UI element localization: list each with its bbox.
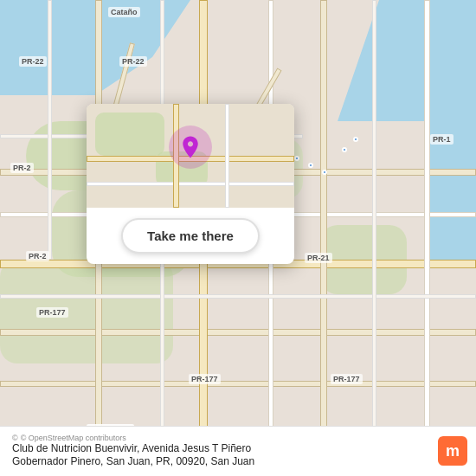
- map-pin-icon: [177, 134, 203, 160]
- mini-road-h2: [87, 182, 294, 186]
- road-label-pr177-left: PR-177: [36, 307, 68, 318]
- road-minor-h2: [0, 294, 476, 299]
- road-horizontal-4: [0, 381, 476, 387]
- popup-map-preview: [87, 104, 294, 208]
- popup-button-area: Take me there: [87, 208, 294, 264]
- route-dot-4: [342, 147, 347, 152]
- road-label-pr177-mid: PR-177: [189, 374, 221, 384]
- road-minor-v1: [48, 0, 52, 260]
- road-label-pr2-bottom: PR-2: [26, 251, 49, 261]
- bottom-bar: © © OpenStreetMap contributors Club de N…: [0, 426, 476, 476]
- osm-attribution: © © OpenStreetMap contributors: [12, 434, 438, 442]
- road-label-pr22-left: PR-22: [19, 56, 47, 67]
- take-me-there-button[interactable]: Take me there: [121, 218, 260, 254]
- osm-text: © OpenStreetMap contributors: [21, 434, 126, 442]
- park-area-3: [0, 260, 173, 363]
- road-minor-v3: [372, 0, 376, 476]
- bottom-bar-text: © © OpenStreetMap contributors Club de N…: [12, 434, 438, 469]
- location-popup: Take me there: [87, 104, 294, 264]
- road-label-pr21: PR-21: [305, 253, 332, 263]
- moovit-m-icon: m: [438, 436, 467, 466]
- road-horizontal-3: [0, 329, 476, 336]
- moovit-logo: m: [438, 436, 467, 466]
- location-line1: Club de Nutricion Buenvivir, Avenida Jes…: [12, 442, 251, 454]
- road-vertical-3: [320, 0, 327, 476]
- map-container: Cataño Guaynabo PR-22 PR-22 PR-2 PR-2 PR…: [0, 0, 476, 476]
- route-dot-3: [322, 170, 327, 175]
- road-label-pr2-top: PR-2: [10, 163, 34, 173]
- city-label-catano: Cataño: [108, 7, 140, 17]
- road-label-pr22-right: PR-22: [119, 56, 147, 67]
- route-dot-2: [308, 163, 313, 168]
- mini-park-1: [95, 113, 164, 156]
- location-description: Club de Nutricion Buenvivir, Avenida Jes…: [12, 442, 438, 469]
- pin-pulse-circle: [169, 125, 212, 169]
- copyright-symbol: ©: [12, 434, 18, 442]
- road-label-pr177-right: PR-177: [331, 374, 363, 384]
- mini-road-v2: [225, 104, 229, 208]
- road-label-pr1: PR-1: [430, 134, 453, 145]
- location-pin: [169, 125, 212, 169]
- location-line2: Gobernador Pinero, San Juan, PR, 00920, …: [12, 455, 254, 467]
- route-dot-5: [353, 137, 358, 142]
- road-vertical-4: [424, 0, 430, 476]
- route-dot-1: [294, 156, 299, 161]
